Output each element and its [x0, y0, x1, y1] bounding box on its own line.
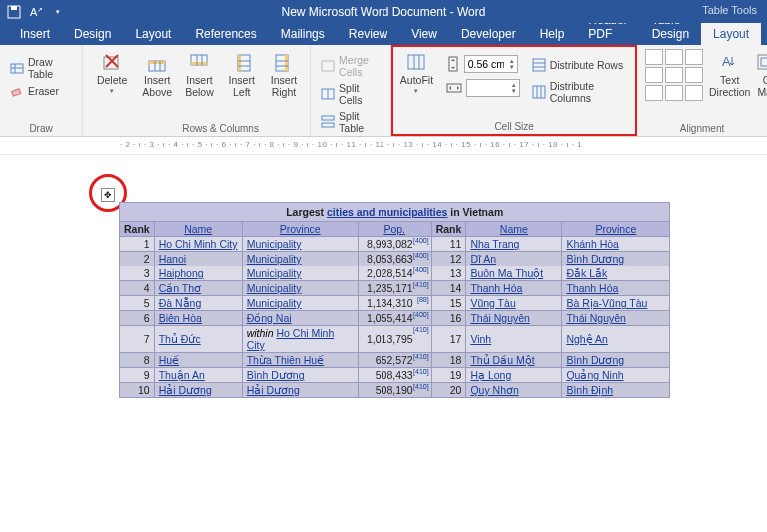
table-row[interactable]: 10Hải DươngHải Dương508,190[410]20Quy Nh…: [120, 383, 670, 398]
ribbon-tabs: Insert Design Layout References Mailings…: [0, 23, 767, 45]
row-height-input[interactable]: ▲▼: [464, 55, 518, 73]
col-pop[interactable]: Pop.: [358, 222, 431, 237]
draw-table-button[interactable]: Draw Table: [8, 55, 74, 81]
eraser-label: Eraser: [28, 85, 59, 97]
svg-rect-32: [408, 55, 424, 69]
col-province[interactable]: Province: [242, 222, 358, 237]
svg-rect-40: [533, 86, 545, 98]
svg-rect-20: [238, 55, 241, 71]
alignment-grid[interactable]: [645, 49, 703, 101]
merge-cells-button[interactable]: Merge Cells: [319, 53, 383, 79]
col-province2[interactable]: Province: [562, 222, 670, 237]
merge-cells-label: Merge Cells: [339, 54, 381, 78]
svg-rect-31: [322, 123, 334, 127]
qat-dropdown-icon[interactable]: ▾: [50, 4, 66, 20]
svg-rect-45: [761, 58, 767, 66]
table-row[interactable]: 6Biên HòaĐồng Nai1,055,414[400]16Thái Ng…: [120, 311, 670, 326]
distribute-rows-button[interactable]: Distribute Rows: [530, 57, 631, 73]
svg-text:A: A: [722, 54, 731, 69]
svg-rect-12: [149, 61, 165, 64]
table-row[interactable]: 4Cần ThơMunicipality1,235,171[410]14Than…: [120, 281, 670, 296]
insert-left-label: Insert Left: [229, 75, 255, 98]
tab-insert[interactable]: Insert: [8, 23, 62, 45]
chevron-down-icon: ▾: [110, 87, 114, 95]
document-area: ✥ Largest cities and municipalities in V…: [0, 155, 767, 532]
table-row[interactable]: 8HuếThừa Thiên Huế652,572[410]18Thủ Dầu …: [120, 353, 670, 368]
title-link[interactable]: cities and municipalities: [327, 206, 447, 218]
table-title: Largest cities and municipalities in Vie…: [120, 203, 670, 222]
insert-right-label: Insert Right: [271, 75, 297, 98]
touch-mode-icon[interactable]: A↗: [28, 4, 44, 20]
draw-table-label: Draw Table: [28, 56, 72, 80]
autofit-button[interactable]: AutoFit ▾: [397, 49, 435, 95]
group-draw-label: Draw: [8, 121, 74, 134]
data-table[interactable]: Largest cities and municipalities in Vie…: [119, 202, 670, 398]
split-cells-button[interactable]: Split Cells: [319, 81, 383, 107]
window-title: New Microsoft Word Document - Word: [282, 5, 486, 19]
col-name[interactable]: Name: [154, 222, 242, 237]
group-rows-cols-label: Rows & Columns: [139, 121, 302, 134]
insert-below-label: Insert Below: [185, 75, 214, 98]
cell-margins-button[interactable]: C Mar: [756, 49, 767, 98]
title-bar: A↗ ▾ New Microsoft Word Document - Word …: [0, 0, 767, 23]
row-height-icon: [446, 56, 460, 72]
tab-layout[interactable]: Layout: [123, 23, 183, 45]
table-row[interactable]: 3HaiphongMunicipality2,028,514[400]13Buô…: [120, 266, 670, 281]
col-width-input[interactable]: ▲▼: [466, 79, 520, 97]
autofit-label: AutoFit: [400, 75, 433, 87]
distribute-cols-button[interactable]: Distribute Columns: [530, 79, 631, 105]
cell-margins-label: C Mar: [757, 75, 767, 98]
delete-button[interactable]: Delete ▾: [91, 49, 133, 95]
split-table-label: Split Table: [339, 110, 381, 134]
save-icon[interactable]: [6, 4, 22, 20]
svg-rect-1: [11, 6, 17, 10]
tab-design[interactable]: Design: [62, 23, 123, 45]
tab-mailings[interactable]: Mailings: [269, 23, 337, 45]
table-row[interactable]: 9Thuận AnBình Dương508,433[410]19Hạ Long…: [120, 368, 670, 383]
insert-below-button[interactable]: Insert Below: [181, 49, 217, 98]
svg-rect-24: [285, 55, 288, 71]
text-direction-button[interactable]: AText Direction: [709, 49, 750, 98]
col-rank2[interactable]: Rank: [431, 222, 466, 237]
svg-rect-27: [322, 61, 334, 71]
svg-rect-37: [533, 59, 545, 71]
table-row[interactable]: 1Ho Chi Minh CityMunicipality8,993,082[4…: [120, 237, 670, 252]
chevron-down-icon: ▾: [414, 87, 418, 95]
table-row[interactable]: 5Đà NẵngMunicipality1,134,310[88]15Vũng …: [120, 296, 670, 311]
col-width-icon: [446, 81, 462, 95]
svg-text:↗: ↗: [37, 6, 43, 13]
col-name2[interactable]: Name: [466, 222, 562, 237]
tab-help[interactable]: Help: [528, 23, 577, 45]
svg-rect-44: [758, 55, 767, 69]
insert-left-button[interactable]: Insert Left: [224, 49, 260, 98]
tell-me-icon[interactable]: [761, 23, 767, 45]
text-direction-label: Text Direction: [709, 75, 750, 98]
tab-developer[interactable]: Developer: [449, 23, 528, 45]
group-alignment-label: Alignment: [645, 121, 759, 134]
table-row[interactable]: 7Thủ Đứcwithin Ho Chi Minh City1,013,795…: [120, 326, 670, 353]
split-cells-label: Split Cells: [339, 82, 381, 106]
horizontal-ruler[interactable]: · 2 · ı · 3 · ı · 4 · ı · 5 · ı · 6 · ı …: [0, 137, 767, 155]
insert-above-button[interactable]: Insert Above: [139, 49, 175, 98]
ruler-marks: · 2 · ı · 3 · ı · 4 · ı · 5 · ı · 6 · ı …: [120, 140, 582, 149]
distribute-cols-label: Distribute Columns: [550, 80, 629, 104]
contextual-tab-label: Table Tools: [702, 4, 757, 16]
tab-references[interactable]: References: [183, 23, 268, 45]
distribute-rows-label: Distribute Rows: [550, 59, 624, 71]
insert-above-label: Insert Above: [142, 75, 172, 98]
tab-review[interactable]: Review: [337, 23, 399, 45]
col-rank[interactable]: Rank: [120, 222, 155, 237]
ribbon: Draw Table Eraser Draw Delete ▾ Insert A…: [0, 45, 767, 137]
eraser-button[interactable]: Eraser: [8, 83, 74, 99]
svg-rect-16: [191, 62, 207, 65]
split-table-button[interactable]: Split Table: [319, 109, 383, 135]
tab-view[interactable]: View: [399, 23, 449, 45]
group-cellsize-label: Cell Size: [397, 119, 631, 132]
delete-label: Delete: [97, 75, 127, 87]
table-row[interactable]: 2HanoiMunicipality8,053,663[400]12Dĩ AnB…: [120, 252, 670, 266]
tab-table-layout[interactable]: Layout: [701, 23, 761, 45]
insert-right-button[interactable]: Insert Right: [266, 49, 302, 98]
svg-rect-7: [12, 89, 21, 96]
svg-rect-30: [322, 116, 334, 120]
